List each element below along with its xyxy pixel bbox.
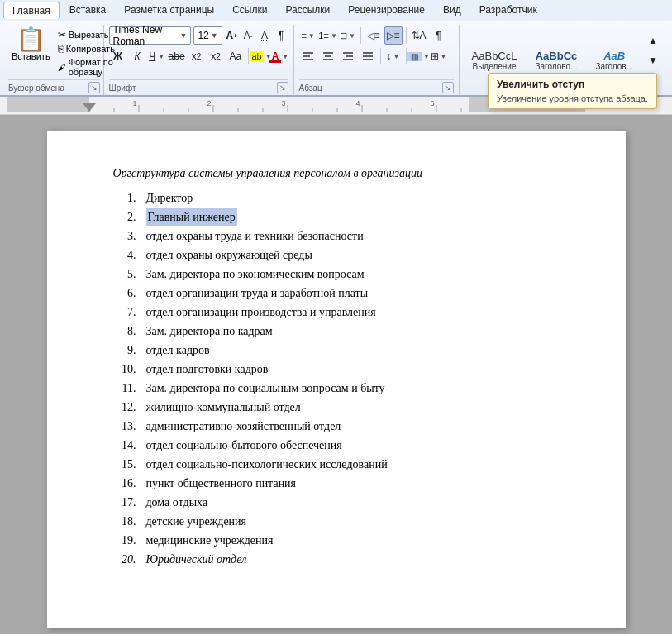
subscript-button[interactable]: x2 bbox=[188, 47, 206, 65]
list-item-text: Директор bbox=[146, 189, 193, 207]
list-item-text: пункт общественного питания bbox=[146, 475, 297, 492]
italic-button[interactable]: К bbox=[128, 47, 146, 65]
styles-scroll-down[interactable]: ▼ bbox=[644, 51, 662, 69]
list-item-text: Главный инженер bbox=[146, 208, 237, 226]
list-item: 6.отдел организации труда и заработной п… bbox=[113, 284, 560, 303]
list-item-text: административно-хозяйственный отдел bbox=[146, 418, 341, 435]
tooltip-title: Увеличить отступ bbox=[497, 79, 648, 90]
font-name-arrow-icon: ▼ bbox=[179, 31, 187, 40]
list-item: 9.отдел кадров bbox=[113, 341, 560, 360]
style-heading1[interactable]: AaBbCс Заголово... bbox=[527, 46, 584, 74]
list-item-number: 1. bbox=[113, 189, 136, 207]
font-size-dropdown[interactable]: 12 ▼ bbox=[193, 26, 222, 45]
document-page[interactable]: Оргструктура системы управления персонал… bbox=[47, 131, 626, 628]
justify-button[interactable] bbox=[359, 47, 377, 65]
change-case-button[interactable]: Aa bbox=[226, 47, 245, 65]
font-grow-button[interactable]: A+ bbox=[225, 26, 239, 45]
list-item-number: 8. bbox=[113, 322, 136, 340]
svg-text:2: 2 bbox=[207, 99, 211, 107]
menu-mailings[interactable]: Рассылки bbox=[277, 2, 338, 19]
font-expand-button[interactable]: ↘ bbox=[277, 82, 288, 93]
list-item-text: отдел социально-психологических исследов… bbox=[146, 456, 388, 473]
tooltip-description: Увеличение уровня отступа абзаца. bbox=[497, 93, 648, 103]
highlight-color-button[interactable]: ab ▼ bbox=[252, 47, 270, 65]
list-item-number: 16. bbox=[113, 475, 136, 492]
style-default[interactable]: AaBbCcL Выделение bbox=[465, 46, 525, 74]
list-item-number: 3. bbox=[113, 227, 136, 245]
list-item-text: Зам. директора по социальным вопросам и … bbox=[146, 380, 385, 397]
line-spacing-button[interactable]: ↕ ▼ bbox=[384, 47, 403, 65]
list-item-text: отдел охраны труда и техники безопасност… bbox=[146, 227, 364, 245]
show-formatting-button[interactable]: ¶ bbox=[430, 26, 448, 45]
list-item-number: 4. bbox=[113, 246, 136, 264]
list-item: 12.жилищно-коммунальный отдел bbox=[113, 398, 560, 417]
list-item: 1.Директор bbox=[113, 189, 560, 208]
list-item: 10.отдел подготовки кадров bbox=[113, 360, 560, 379]
decrease-indent-button[interactable]: ◁≡ bbox=[365, 26, 383, 45]
font-name-dropdown[interactable]: Times New Roman ▼ bbox=[109, 26, 192, 45]
list-item: 8.Зам. директора по кадрам bbox=[113, 322, 560, 341]
bullets-button[interactable]: ≡ ▼ bbox=[299, 26, 317, 45]
menu-insert[interactable]: Вставка bbox=[61, 2, 115, 19]
clear-formatting-button[interactable]: A bbox=[258, 26, 272, 45]
font-size-value: 12 bbox=[198, 30, 208, 41]
strikethrough-button[interactable]: abe bbox=[168, 47, 186, 65]
style-heading1-label: Заголово... bbox=[535, 62, 577, 71]
shading-button[interactable]: ▥ ▼ bbox=[410, 47, 428, 65]
list-item-text: Юридический отдел bbox=[146, 551, 247, 568]
list-item: 11.Зам. директора по социальным вопросам… bbox=[113, 379, 560, 398]
list-item-number: 13. bbox=[113, 418, 136, 435]
align-right-button[interactable] bbox=[339, 47, 357, 65]
paragraph-expand-button[interactable]: ↘ bbox=[442, 82, 454, 93]
underline-button[interactable]: Ч▼ bbox=[148, 47, 166, 65]
sort-button[interactable]: ⇅A bbox=[410, 26, 428, 45]
font-label: Шрифт bbox=[109, 84, 136, 93]
menu-home[interactable]: Главная bbox=[3, 2, 60, 19]
list-item: 18.детские учреждения bbox=[113, 512, 560, 531]
styles-scroll-up[interactable]: ▲ bbox=[644, 31, 662, 50]
superscript-button[interactable]: x2 bbox=[207, 47, 225, 65]
paste-label: Вставить bbox=[12, 51, 50, 61]
list-item-text: отдел социально-бытового обеспечения bbox=[146, 437, 342, 454]
paragraph-label: Абзац bbox=[299, 84, 322, 93]
style-default-preview: AaBbCcL bbox=[472, 50, 517, 62]
border-button[interactable]: ⊞ ▼ bbox=[430, 47, 448, 65]
list-item-number: 10. bbox=[113, 360, 136, 378]
font-shrink-button[interactable]: A- bbox=[241, 26, 255, 45]
menu-view[interactable]: Вид bbox=[435, 2, 469, 19]
paste-button[interactable]: 📋 Вставить bbox=[8, 26, 54, 63]
font-size-arrow-icon: ▼ bbox=[211, 31, 218, 40]
svg-text:3: 3 bbox=[281, 99, 285, 107]
menu-review[interactable]: Рецензирование bbox=[340, 2, 433, 19]
style-default-label: Выделение bbox=[473, 62, 517, 71]
style-heading2[interactable]: AaB Заголов... bbox=[588, 46, 641, 74]
list-item-number: 12. bbox=[113, 399, 136, 416]
list-item-text: детские учреждения bbox=[146, 513, 247, 530]
align-center-button[interactable] bbox=[319, 47, 337, 65]
svg-text:1: 1 bbox=[132, 99, 136, 107]
list-item: 15.отдел социально-психологических иссле… bbox=[113, 455, 560, 474]
list-item-number: 20. bbox=[113, 551, 136, 568]
list-item: 19.медицинские учреждения bbox=[113, 531, 560, 550]
clipboard-expand-button[interactable]: ↘ bbox=[88, 82, 100, 93]
document-list: 1.Директор2.Главный инженер3.отдел охран… bbox=[113, 189, 560, 569]
list-item-number: 11. bbox=[113, 380, 136, 397]
menu-page-layout[interactable]: Разметка страницы bbox=[116, 2, 222, 19]
clipboard-label: Буфер обмена bbox=[8, 84, 64, 93]
align-left-button[interactable] bbox=[299, 47, 317, 65]
menu-references[interactable]: Ссылки bbox=[224, 2, 275, 19]
numbering-button[interactable]: 1≡ ▼ bbox=[319, 26, 337, 45]
list-item-number: 6. bbox=[113, 284, 136, 302]
increase-indent-button[interactable]: ▷≡ bbox=[384, 26, 403, 45]
paragraph-mark-button[interactable]: ¶ bbox=[274, 26, 288, 45]
list-item: 4.отдел охраны окружающей среды bbox=[113, 246, 560, 265]
list-item-text: жилищно-коммунальный отдел bbox=[146, 399, 301, 416]
font-color-button[interactable]: A ▼ bbox=[270, 47, 288, 65]
list-item: 3.отдел охраны труда и техники безопасно… bbox=[113, 227, 560, 246]
menu-developer[interactable]: Разработчик bbox=[471, 2, 546, 19]
multilevel-list-button[interactable]: ⊟ ▼ bbox=[339, 26, 357, 45]
list-item-number: 19. bbox=[113, 532, 136, 549]
bold-button[interactable]: Ж bbox=[109, 47, 127, 65]
list-item: 16.пункт общественного питания bbox=[113, 474, 560, 493]
tooltip: Увеличить отступ Увеличение уровня отсту… bbox=[488, 73, 657, 109]
